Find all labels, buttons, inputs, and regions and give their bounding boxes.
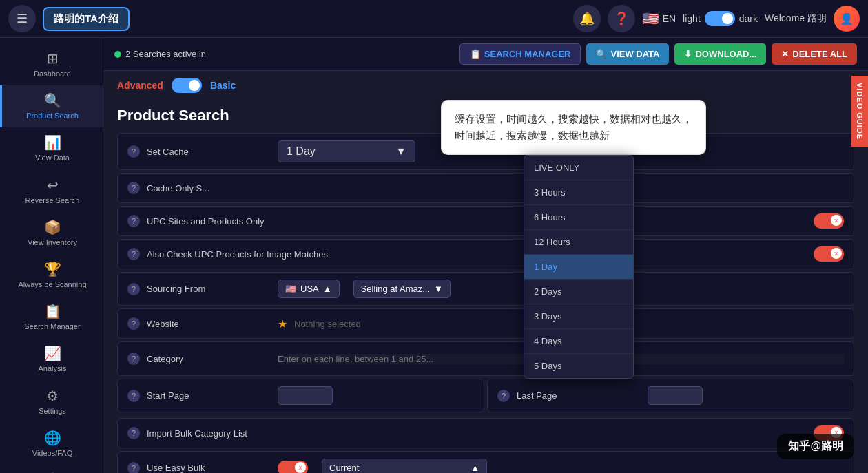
upc-image-help-icon[interactable]: ? bbox=[127, 248, 140, 260]
selling-dropdown[interactable]: Selling at Amaz... ▼ bbox=[353, 280, 451, 298]
cache-only-help-icon[interactable]: ? bbox=[127, 182, 140, 194]
dropdown-item-3-hours[interactable]: 3 Hours bbox=[524, 180, 633, 205]
dropdown-item-live-only[interactable]: LIVE ONLY bbox=[524, 156, 633, 180]
theme-switch[interactable] bbox=[705, 11, 735, 26]
sourcing-dropdown[interactable]: 🇺🇸 USA ▲ bbox=[278, 280, 340, 298]
import-bulk-row: ? Import Bulk Category List bbox=[117, 418, 854, 448]
sidebar-item-view-data[interactable]: 📊 View Data bbox=[0, 127, 103, 169]
eye-icon: 🔍 bbox=[596, 49, 607, 59]
sidebar-item-label: Videos/FAQ bbox=[32, 449, 73, 458]
sourcing-help-icon[interactable]: ? bbox=[127, 283, 140, 295]
dropdown-item-6-hours[interactable]: 6 Hours bbox=[524, 205, 633, 230]
view-data-button[interactable]: 🔍 VIEW DATA bbox=[586, 43, 669, 65]
sidebar-item-reverse-search[interactable]: ↩ Reverse Search bbox=[0, 170, 103, 212]
sidebar-item-resources[interactable]: 💿 Resources bbox=[0, 465, 103, 473]
easy-bulk-help-icon[interactable]: ? bbox=[127, 462, 140, 474]
sidebar-item-label: View Data bbox=[35, 154, 70, 162]
sidebar-item-videos-faq[interactable]: 🌐 Videos/FAQ bbox=[0, 423, 103, 465]
start-page-input[interactable] bbox=[278, 386, 333, 405]
dashboard-icon: ⊞ bbox=[47, 50, 59, 67]
help-icon[interactable]: ❓ bbox=[608, 5, 635, 32]
menu-icon[interactable]: ☰ bbox=[8, 5, 36, 32]
dropdown-item-1-day[interactable]: 1 Day bbox=[524, 255, 633, 280]
scanning-icon: 🏆 bbox=[44, 261, 61, 277]
page-rows: ? Start Page ? Last Page bbox=[117, 379, 854, 415]
website-help-icon[interactable]: ? bbox=[127, 317, 140, 330]
download-icon: ⬇ bbox=[684, 49, 692, 59]
use-easy-bulk-row: ? Use Easy Bulk Current ▲ bbox=[117, 451, 854, 473]
dropdown-item-5-days[interactable]: 5 Days bbox=[524, 354, 633, 378]
last-page-input[interactable] bbox=[648, 386, 703, 405]
sidebar: ⊞ Dashboard 🔍 Product Search 📊 View Data… bbox=[0, 38, 103, 473]
category-row: ? Category bbox=[117, 341, 854, 376]
sidebar-item-settings[interactable]: ⚙ Settings bbox=[0, 381, 103, 423]
set-cache-dropdown[interactable]: 1 Day ▼ bbox=[278, 140, 415, 162]
advanced-label: Advanced bbox=[117, 80, 163, 91]
status-text: 2 Searches active in bbox=[125, 49, 206, 59]
sidebar-item-dashboard[interactable]: ⊞ Dashboard bbox=[0, 43, 103, 85]
cache-only-row: ? Cache Only S... bbox=[117, 173, 854, 203]
active-dot bbox=[114, 51, 121, 58]
easy-bulk-arrow-icon: ▲ bbox=[471, 463, 479, 473]
adv-basic-switch[interactable] bbox=[172, 78, 202, 93]
welcome-text: Welcome 路明 bbox=[765, 12, 827, 25]
basic-label: Basic bbox=[210, 80, 236, 91]
download-button[interactable]: ⬇ DOWNLOAD... bbox=[674, 43, 766, 65]
tooltip-bubble: 缓存设置，时间越久，搜索越快，数据相对也越久， 时间越近，搜索越慢，数据也越新 bbox=[441, 100, 706, 155]
selling-arrow-icon: ▼ bbox=[434, 284, 443, 294]
upc-sites-help-icon[interactable]: ? bbox=[127, 215, 140, 227]
content-topbar: 2 Searches active in 📋 SEARCH MANAGER 🔍 … bbox=[103, 38, 868, 71]
sourcing-label: Sourcing From bbox=[147, 284, 271, 294]
start-page-help-icon[interactable]: ? bbox=[127, 390, 140, 402]
sidebar-item-search-manager[interactable]: 📋 Search Manager bbox=[0, 296, 103, 338]
sourcing-from-row: ? Sourcing From 🇺🇸 USA ▲ Selling at Amaz… bbox=[117, 272, 854, 306]
easy-bulk-dropdown[interactable]: Current ▲ bbox=[322, 459, 487, 473]
upc-sites-toggle[interactable] bbox=[814, 213, 844, 229]
last-page-help-icon[interactable]: ? bbox=[497, 390, 510, 402]
notification-icon[interactable]: 🔔 bbox=[573, 5, 601, 32]
theme-toggle[interactable]: light dark bbox=[683, 11, 758, 26]
category-help-icon[interactable]: ? bbox=[127, 353, 140, 365]
upc-image-row: ? Also Check UPC Products for Image Matc… bbox=[117, 239, 854, 269]
avatar[interactable]: 👤 bbox=[834, 6, 860, 32]
analysis-icon: 📈 bbox=[44, 345, 61, 361]
watermark: 知乎@路明 bbox=[777, 434, 854, 459]
easy-bulk-toggle[interactable] bbox=[278, 461, 308, 474]
dropdown-item-4-days[interactable]: 4 Days bbox=[524, 329, 633, 354]
sidebar-item-product-search[interactable]: 🔍 Product Search bbox=[0, 85, 103, 127]
inventory-icon: 📦 bbox=[44, 219, 61, 235]
star-icon[interactable]: ★ bbox=[278, 317, 287, 330]
sidebar-item-always-scanning[interactable]: 🏆 Always be Scanning bbox=[0, 254, 103, 296]
top-navigation: ☰ 路明的TA介绍 🔔 ❓ 🇺🇸 EN light dark Welcome 路… bbox=[0, 0, 868, 38]
search-manager-icon: 📋 bbox=[44, 303, 61, 319]
dropdown-item-3-days[interactable]: 3 Days bbox=[524, 304, 633, 329]
upc-image-toggle[interactable] bbox=[814, 246, 844, 262]
upc-sites-row: ? UPC Sites and Products Only bbox=[117, 206, 854, 236]
sidebar-item-label: Analysis bbox=[39, 364, 67, 373]
import-bulk-help-icon[interactable]: ? bbox=[127, 427, 140, 439]
cache-dropdown-overlay: LIVE ONLY 3 Hours 6 Hours 12 Hours 1 Day… bbox=[524, 155, 634, 379]
sourcing-arrow-icon: ▲ bbox=[323, 284, 332, 294]
import-bulk-label: Import Bulk Category List bbox=[147, 428, 271, 439]
set-cache-value: 1 Day bbox=[287, 145, 316, 158]
easy-bulk-value: Current bbox=[329, 463, 359, 473]
delete-all-button[interactable]: ✕ DELETE ALL bbox=[772, 43, 857, 65]
start-page-label: Start Page bbox=[147, 390, 271, 401]
settings-icon: ⚙ bbox=[46, 388, 59, 404]
sidebar-item-view-inventory[interactable]: 📦 View Inventory bbox=[0, 212, 103, 254]
content-area: 2 Searches active in 📋 SEARCH MANAGER 🔍 … bbox=[103, 38, 868, 473]
language-selector[interactable]: 🇺🇸 EN bbox=[642, 10, 676, 27]
reverse-search-icon: ↩ bbox=[47, 177, 59, 193]
table-icon: 📋 bbox=[470, 49, 481, 59]
search-manager-button[interactable]: 📋 SEARCH MANAGER bbox=[459, 43, 581, 65]
sidebar-item-analysis[interactable]: 📈 Analysis bbox=[0, 338, 103, 380]
flag-icon: 🇺🇸 bbox=[642, 10, 659, 27]
cache-only-label: Cache Only S... bbox=[147, 183, 271, 193]
video-guide-tab[interactable]: VIDEO GUIDE bbox=[851, 76, 868, 147]
sourcing-value: USA bbox=[300, 284, 319, 294]
set-cache-help-icon[interactable]: ? bbox=[127, 145, 140, 158]
dropdown-item-2-days[interactable]: 2 Days bbox=[524, 280, 633, 304]
dropdown-item-12-hours[interactable]: 12 Hours bbox=[524, 230, 633, 255]
product-search-form: Product Search ? Set Cache 1 Day ▼ ? Cac… bbox=[103, 100, 868, 473]
search-icon: 🔍 bbox=[44, 92, 61, 109]
